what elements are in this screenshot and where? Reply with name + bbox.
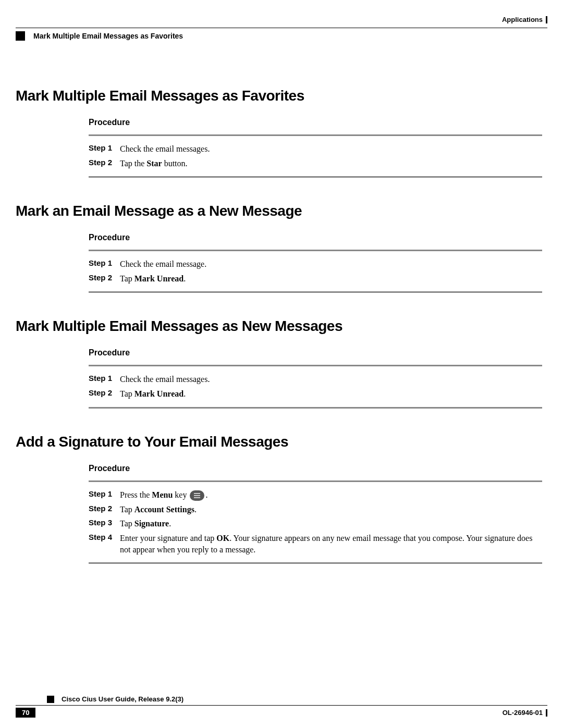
procedure-label: Procedure [89,233,542,242]
step-row: Step 1 Check the email message. [89,258,542,270]
step-text-mid: key [173,490,189,499]
step-text-pre: Tap [120,519,134,528]
step-text: Tap Account Settings. [120,504,197,515]
procedure-block: Procedure Step 1 Check the email message… [89,233,542,293]
step-text-pre: Tap [120,505,134,514]
step-text: Check the email messages. [120,143,210,155]
section-title: Mark Multiple Email Messages as Favorite… [16,88,547,104]
chapter-label: Applications [502,16,547,23]
step-text: Tap the Star button. [120,158,188,169]
rule-top [89,134,542,136]
rule-top [89,250,542,251]
page-footer: Cisco Cius User Guide, Release 9.2(3) 70… [16,695,547,718]
rule-top [89,365,542,366]
step-text-bold: Account Settings [134,505,194,514]
step-label: Step 4 [89,533,120,541]
step-row: Step 2 Tap Account Settings. [89,504,542,515]
guide-title: Cisco Cius User Guide, Release 9.2(3) [62,695,183,703]
footer-divider-icon [546,709,547,717]
procedure-block: Procedure Step 1 Press the Menu key . St… [89,464,542,564]
step-row: Step 4 Enter your signature and tap OK. … [89,533,542,555]
step-text-post: . [194,505,197,514]
step-text-bold: OK [216,534,229,542]
step-label: Step 1 [89,489,120,498]
step-row: Step 2 Tap Mark Unread. [89,388,542,400]
step-text-pre: Check the email message. [120,260,206,268]
main-content: Mark Multiple Email Messages as Favorite… [16,88,547,564]
page-header: Applications [16,16,547,23]
procedure-label: Procedure [89,118,542,127]
procedure-block: Procedure Step 1 Check the email message… [89,118,542,178]
rule-bottom [89,176,542,178]
footer-doc-id: OL-26946-01 [503,709,547,717]
procedure-block: Procedure Step 1 Check the email message… [89,348,542,408]
step-text: Check the email messages. [120,374,210,385]
step-text-bold: Menu [152,490,173,499]
header-breadcrumb: Mark Multiple Email Messages as Favorite… [16,31,547,41]
step-text-post: . [169,519,171,528]
doc-id-text: OL-26946-01 [503,709,543,717]
footer-title-row: Cisco Cius User Guide, Release 9.2(3) [16,695,547,703]
footer-rule [16,705,547,706]
breadcrumb-text: Mark Multiple Email Messages as Favorite… [33,32,183,40]
step-label: Step 2 [89,504,120,513]
step-text-pre: Tap [120,274,134,283]
square-bullet-icon [47,696,54,703]
header-divider-icon [546,16,547,23]
step-row: Step 3 Tap Signature. [89,518,542,529]
step-text-pre: Check the email messages. [120,375,210,384]
step-text-pre: Tap the [120,159,146,168]
step-text-pre: Enter your signature and tap [120,534,216,542]
step-text-pre: Press the [120,490,152,499]
step-text-post: button. [162,159,188,168]
step-text: Check the email message. [120,258,206,270]
section-title: Add a Signature to Your Email Messages [16,434,547,450]
step-row: Step 1 Check the email messages. [89,143,542,155]
step-text: Tap Mark Unread. [120,273,186,285]
step-label: Step 1 [89,143,120,152]
step-text-post: . [183,274,186,283]
step-label: Step 2 [89,273,120,282]
step-text-pre: Tap [120,389,134,398]
step-text-bold: Mark Unread [134,274,183,283]
section-title: Mark an Email Message as a New Message [16,203,547,219]
step-label: Step 1 [89,258,120,267]
step-label: Step 2 [89,388,120,397]
square-bullet-icon [16,31,25,41]
step-text: Press the Menu key . [120,489,207,501]
step-label: Step 2 [89,158,120,167]
rule-bottom [89,562,542,564]
step-text-pre: Check the email messages. [120,144,210,153]
step-row: Step 1 Check the email messages. [89,374,542,385]
step-text-bold: Mark Unread [134,389,183,398]
procedure-label: Procedure [89,348,542,357]
document-page: Applications Mark Multiple Email Message… [0,0,563,564]
step-text-post: . [205,490,207,499]
header-rule [16,28,547,28]
step-row: Step 2 Tap Mark Unread. [89,273,542,285]
menu-key-icon [190,490,204,501]
step-text: Tap Mark Unread. [120,388,186,400]
page-number: 70 [16,708,35,718]
chapter-text: Applications [502,16,543,23]
step-text-bold: Star [146,159,162,168]
rule-top [89,480,542,482]
step-label: Step 3 [89,518,120,527]
step-row: Step 2 Tap the Star button. [89,158,542,169]
step-row: Step 1 Press the Menu key . [89,489,542,501]
section-title: Mark Multiple Email Messages as New Mess… [16,318,547,335]
rule-bottom [89,291,542,293]
procedure-label: Procedure [89,464,542,473]
step-text: Tap Signature. [120,518,171,529]
step-text-bold: Signature [134,519,169,528]
footer-bottom: 70 OL-26946-01 [16,708,547,718]
step-label: Step 1 [89,374,120,382]
rule-bottom [89,407,542,409]
step-text-post: . [183,389,186,398]
step-text: Enter your signature and tap OK. Your si… [120,533,542,555]
